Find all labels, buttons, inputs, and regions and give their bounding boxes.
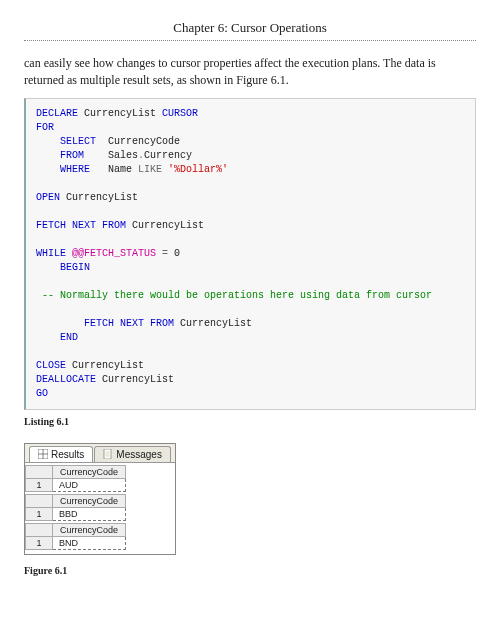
result-grid-2: CurrencyCode 1BBD: [25, 494, 126, 521]
result-grid-3: CurrencyCode 1BND: [25, 523, 126, 550]
kw-from3: FROM: [150, 318, 174, 329]
kw-next: NEXT: [72, 220, 96, 231]
column-header[interactable]: CurrencyCode: [53, 494, 126, 507]
corner-cell: [26, 465, 53, 478]
chapter-header: Chapter 6: Cursor Operations: [24, 20, 476, 36]
column-header[interactable]: CurrencyCode: [53, 465, 126, 478]
tab-results[interactable]: Results: [29, 446, 93, 462]
kw-cursor: CURSOR: [162, 108, 198, 119]
listing-caption: Listing 6.1: [24, 416, 476, 427]
kw-deallocate: DEALLOCATE: [36, 374, 96, 385]
grid-icon: [38, 449, 48, 459]
column-header[interactable]: CurrencyCode: [53, 523, 126, 536]
figure-caption: Figure 6.1: [24, 565, 476, 576]
kw-fetch2: FETCH: [36, 318, 114, 329]
cell-value[interactable]: BBD: [53, 507, 126, 520]
row-number[interactable]: 1: [26, 507, 53, 520]
row-number[interactable]: 1: [26, 478, 53, 491]
tab-bar: Results Messages: [25, 444, 175, 462]
sql-code-listing: DECLARE CurrencyList CURSOR FOR SELECT C…: [24, 98, 476, 410]
corner-cell: [26, 523, 53, 536]
kw-from: FROM: [36, 150, 84, 161]
kw-where: WHERE: [36, 164, 90, 175]
tab-messages-label: Messages: [116, 449, 162, 460]
kw-like: LIKE: [138, 164, 162, 175]
cell-value[interactable]: AUD: [53, 478, 126, 491]
sql-comment: -- Normally there would be operations he…: [36, 290, 432, 301]
string-literal: '%Dollar%': [168, 164, 228, 175]
tab-messages[interactable]: Messages: [94, 446, 171, 462]
cell-value[interactable]: BND: [53, 536, 126, 549]
kw-open: OPEN: [36, 192, 60, 203]
kw-for: FOR: [36, 122, 54, 133]
fetch-status-var: @@FETCH_STATUS: [72, 248, 156, 259]
kw-declare: DECLARE: [36, 108, 78, 119]
results-panel: Results Messages CurrencyCode 1AUD Curre…: [24, 443, 176, 555]
kw-from2: FROM: [102, 220, 126, 231]
kw-fetch: FETCH: [36, 220, 66, 231]
result-grid-1: CurrencyCode 1AUD: [25, 465, 126, 492]
header-divider: [24, 40, 476, 41]
kw-go: GO: [36, 388, 48, 399]
kw-select: SELECT: [36, 136, 96, 147]
kw-close: CLOSE: [36, 360, 66, 371]
row-number[interactable]: 1: [26, 536, 53, 549]
document-icon: [103, 449, 113, 459]
result-grids: CurrencyCode 1AUD CurrencyCode 1BBD Curr…: [25, 462, 175, 554]
corner-cell: [26, 494, 53, 507]
kw-next2: NEXT: [120, 318, 144, 329]
tab-results-label: Results: [51, 449, 84, 460]
intro-paragraph: can easily see how changes to cursor pro…: [24, 55, 476, 90]
kw-begin: BEGIN: [36, 262, 90, 273]
kw-while: WHILE: [36, 248, 66, 259]
kw-end: END: [36, 332, 78, 343]
